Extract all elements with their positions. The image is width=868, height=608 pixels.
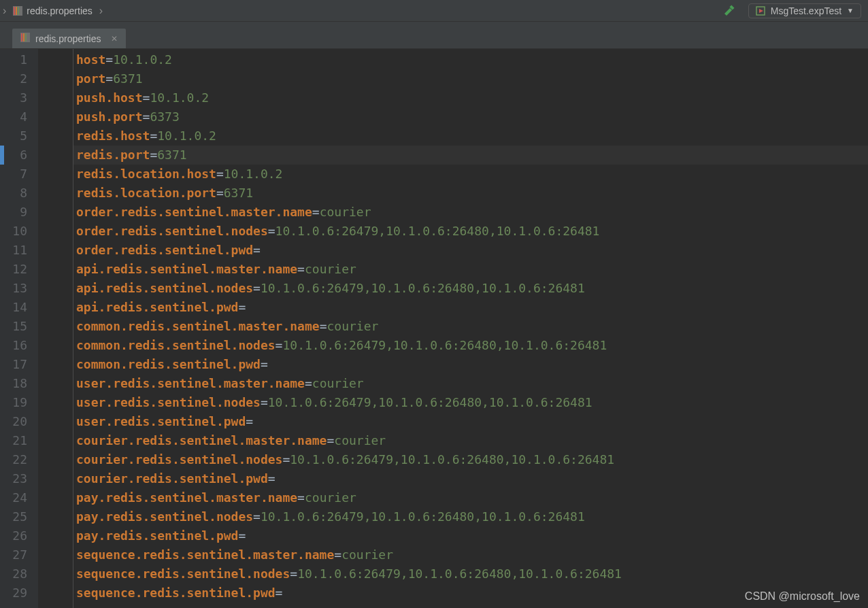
equals-sign: =: [105, 52, 113, 67]
property-key: user.redis.sentinel.nodes: [76, 395, 261, 409]
property-value: 10.1.0.6:26479,10.1.0.6:26480,10.1.0.6:2…: [276, 224, 600, 238]
line-number: 16: [0, 336, 27, 355]
property-key: courier.redis.sentinel.master.name: [76, 433, 327, 447]
code-line[interactable]: push.port=6373: [73, 107, 868, 126]
line-number: 12: [0, 260, 27, 279]
line-number-gutter: 1234567891011121314151617181920212223242…: [0, 49, 38, 608]
code-line[interactable]: redis.port=6371: [73, 146, 868, 165]
property-value: courier: [341, 547, 393, 562]
code-line[interactable]: redis.host=10.1.0.2: [73, 126, 868, 146]
property-key: user.redis.sentinel.master.name: [76, 376, 305, 390]
equals-sign: =: [150, 129, 157, 143]
property-value: courier: [305, 490, 356, 505]
code-line[interactable]: courier.redis.sentinel.pwd=: [73, 469, 868, 488]
svg-rect-3: [18, 7, 19, 15]
line-number: 26: [0, 526, 27, 545]
property-key: port: [76, 71, 105, 86]
property-key: redis.location.port: [76, 186, 216, 200]
tab-file-label: redis.properties: [35, 33, 101, 44]
equals-sign: =: [216, 186, 224, 200]
property-key: user.redis.sentinel.pwd: [76, 414, 246, 428]
code-line[interactable]: user.redis.sentinel.master.name=courier: [73, 374, 868, 393]
property-value: 10.1.0.6:26479,10.1.0.6:26480,10.1.0.6:2…: [297, 567, 622, 581]
code-area[interactable]: host=10.1.0.2port=6371push.host=10.1.0.2…: [73, 49, 868, 608]
code-line[interactable]: common.redis.sentinel.pwd=: [73, 355, 868, 374]
line-number: 27: [0, 545, 27, 564]
property-key: api.redis.sentinel.pwd: [76, 300, 238, 314]
code-line[interactable]: common.redis.sentinel.nodes=10.1.0.6:264…: [73, 336, 868, 355]
code-line[interactable]: user.redis.sentinel.nodes=10.1.0.6:26479…: [73, 393, 868, 412]
code-line[interactable]: host=10.1.0.2: [73, 50, 868, 69]
equals-sign: =: [276, 586, 283, 600]
line-number: 2: [0, 69, 27, 88]
code-line[interactable]: redis.location.port=6371: [73, 184, 868, 203]
editor-tab[interactable]: redis.properties ✕: [12, 29, 126, 48]
equals-sign: =: [253, 243, 261, 257]
property-key: pay.redis.sentinel.pwd: [76, 528, 238, 543]
property-key: sequence.redis.sentinel.nodes: [76, 567, 290, 581]
properties-file-icon: [13, 6, 22, 16]
equals-sign: =: [334, 547, 341, 562]
code-line[interactable]: sequence.redis.sentinel.master.name=cour…: [73, 545, 868, 564]
breadcrumb-item[interactable]: redis.properties: [9, 5, 97, 16]
line-number: 17: [0, 355, 27, 374]
equals-sign: =: [320, 319, 327, 333]
property-key: api.redis.sentinel.master.name: [76, 262, 297, 276]
line-number: 13: [0, 279, 27, 298]
equals-sign: =: [268, 224, 276, 238]
code-line[interactable]: order.redis.sentinel.pwd=: [73, 241, 868, 260]
code-line[interactable]: sequence.redis.sentinel.nodes=10.1.0.6:2…: [73, 564, 868, 584]
equals-sign: =: [238, 528, 246, 543]
property-value: 10.1.0.2: [157, 129, 216, 143]
code-line[interactable]: order.redis.sentinel.nodes=10.1.0.6:2647…: [73, 222, 868, 241]
code-line[interactable]: api.redis.sentinel.master.name=courier: [73, 260, 868, 279]
svg-marker-6: [759, 9, 763, 13]
build-hammer-icon[interactable]: [722, 4, 736, 18]
property-key: sequence.redis.sentinel.master.name: [76, 547, 334, 562]
code-line[interactable]: pay.redis.sentinel.master.name=courier: [73, 488, 868, 507]
code-line[interactable]: common.redis.sentinel.master.name=courie…: [73, 317, 868, 336]
code-line[interactable]: courier.redis.sentinel.nodes=10.1.0.6:26…: [73, 450, 868, 469]
code-line[interactable]: api.redis.sentinel.nodes=10.1.0.6:26479,…: [73, 279, 868, 298]
property-value: 6371: [157, 148, 186, 162]
line-number: 10: [0, 222, 27, 241]
code-line[interactable]: pay.redis.sentinel.pwd=: [73, 526, 868, 545]
run-config-icon: [756, 6, 765, 16]
code-editor[interactable]: 1234567891011121314151617181920212223242…: [0, 49, 868, 608]
equals-sign: =: [216, 167, 224, 181]
line-number: 1: [0, 50, 27, 69]
line-number: 25: [0, 507, 27, 526]
equals-sign: =: [253, 281, 261, 295]
line-number: 21: [0, 431, 27, 450]
equals-sign: =: [253, 509, 261, 524]
close-icon[interactable]: ✕: [107, 34, 118, 44]
code-line[interactable]: courier.redis.sentinel.master.name=couri…: [73, 431, 868, 450]
equals-sign: =: [297, 262, 305, 276]
code-line[interactable]: push.host=10.1.0.2: [73, 88, 868, 107]
navigation-bar: › redis.properties › MsgTest.expTest ▼: [0, 0, 868, 22]
property-value: 10.1.0.6:26479,10.1.0.6:26480,10.1.0.6:2…: [282, 338, 607, 352]
property-key: api.redis.sentinel.nodes: [76, 281, 253, 295]
line-number: 20: [0, 412, 27, 431]
code-line[interactable]: order.redis.sentinel.master.name=courier: [73, 203, 868, 222]
equals-sign: =: [276, 338, 283, 352]
property-value: 6371: [113, 71, 142, 86]
code-line[interactable]: redis.location.host=10.1.0.2: [73, 165, 868, 184]
property-key: push.host: [76, 90, 143, 105]
property-key: order.redis.sentinel.pwd: [76, 243, 253, 257]
svg-rect-1: [14, 7, 15, 15]
code-line[interactable]: pay.redis.sentinel.nodes=10.1.0.6:26479,…: [73, 507, 868, 526]
property-value: 10.1.0.6:26479,10.1.0.6:26480,10.1.0.6:2…: [261, 509, 585, 524]
property-value: 10.1.0.6:26479,10.1.0.6:26480,10.1.0.6:2…: [290, 452, 614, 467]
line-number: 7: [0, 165, 27, 184]
property-value: 6371: [224, 186, 253, 200]
code-line[interactable]: port=6371: [73, 69, 868, 88]
equals-sign: =: [143, 109, 150, 124]
property-value: 6373: [150, 109, 179, 124]
property-key: courier.redis.sentinel.nodes: [76, 452, 282, 467]
code-line[interactable]: api.redis.sentinel.pwd=: [73, 298, 868, 317]
properties-file-icon: [20, 33, 30, 44]
equals-sign: =: [261, 395, 268, 409]
code-line[interactable]: user.redis.sentinel.pwd=: [73, 412, 868, 431]
run-config-selector[interactable]: MsgTest.expTest ▼: [748, 3, 861, 18]
